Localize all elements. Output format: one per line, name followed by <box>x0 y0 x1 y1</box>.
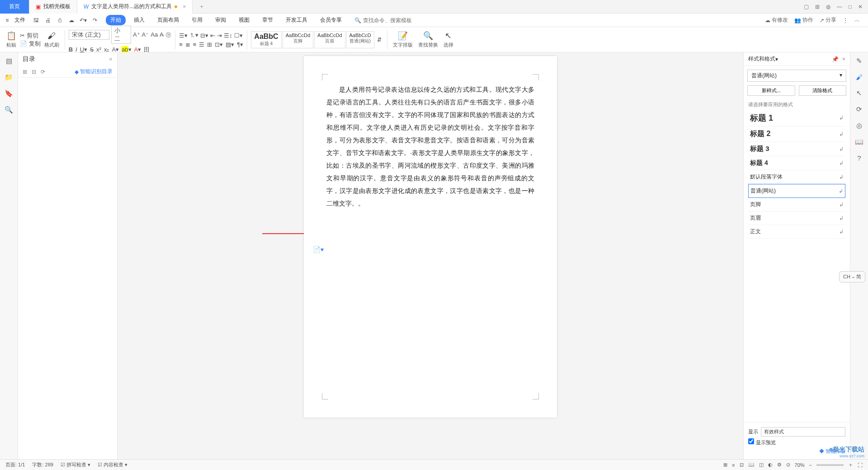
menu-reference[interactable]: 引用 <box>187 15 207 25</box>
collapse-all-icon[interactable]: ⊟ <box>32 69 36 75</box>
outline-icon[interactable]: ▤ <box>6 57 12 65</box>
border-button[interactable]: ⊡▾ <box>215 41 223 48</box>
style-item[interactable]: 标题 2↲ <box>748 127 845 142</box>
word-count[interactable]: 字数: 289 <box>32 461 53 468</box>
expand-all-icon[interactable]: ⊞ <box>23 69 27 75</box>
maximize-icon[interactable]: □ <box>849 4 852 10</box>
minimize-icon[interactable]: — <box>837 4 842 10</box>
redo-icon[interactable]: ↷ <box>91 17 99 24</box>
zoom-in-icon[interactable]: ＋ <box>848 461 853 468</box>
bullet-list-button[interactable]: ☰▾ <box>179 32 188 39</box>
multilevel-button[interactable]: ⊟▾ <box>200 32 208 39</box>
search-side-icon[interactable]: 🔍 <box>5 106 13 114</box>
subscript-button[interactable]: x₂ <box>104 46 109 53</box>
select-button[interactable]: ↖选择 <box>442 27 455 52</box>
style-gallery[interactable]: AaBbC标题 4 AaBbCcDd页脚 AaBbCcDd页眉 AaBbCcD普… <box>251 31 383 48</box>
collapse-ribbon-icon[interactable]: ︿ <box>854 16 860 24</box>
more-icon[interactable]: ⋮ <box>843 17 848 24</box>
show-preview-checkbox[interactable]: 显示预览 <box>748 438 776 446</box>
bold-button[interactable]: B <box>69 46 73 53</box>
format-brush-side-icon[interactable]: 🖌 <box>856 73 863 81</box>
copy-button[interactable]: 📄 复制 <box>20 40 41 48</box>
zoom-slider[interactable]: 70% <box>795 462 805 468</box>
style-item[interactable]: 页脚↲ <box>748 198 845 212</box>
underline-button[interactable]: U▾ <box>80 46 87 53</box>
refresh-icon[interactable]: ⟳ <box>856 105 862 113</box>
tab-home[interactable]: 首页 <box>0 0 29 14</box>
italic-button[interactable]: I <box>75 46 77 53</box>
text-fill-button[interactable]: A▾ <box>134 46 142 53</box>
distribute-button[interactable]: ⊞ <box>207 41 212 48</box>
cursor-icon[interactable]: ↖ <box>856 89 862 97</box>
menu-start[interactable]: 开始 <box>106 15 126 25</box>
page-count[interactable]: 页面: 1/1 <box>5 461 25 468</box>
view-normal-icon[interactable]: ⊞ <box>723 462 727 468</box>
increase-font-icon[interactable]: A⁺ <box>133 31 140 38</box>
style-dropdown-icon[interactable]: ▾ <box>775 56 778 62</box>
menu-vip[interactable]: 会员专享 <box>316 15 346 25</box>
current-style-select[interactable]: 普通(网站)▾ <box>747 70 846 82</box>
ime-indicator[interactable]: CH ⌣ 简 <box>839 271 865 282</box>
page-marker-icon[interactable]: 📄▾ <box>313 246 324 253</box>
style-item[interactable]: 标题 3↲ <box>748 142 845 156</box>
content-check-toggle[interactable]: ☑ 内容检查 ▾ <box>98 461 127 468</box>
toc-close-icon[interactable]: × <box>109 56 113 63</box>
strike-button[interactable]: S̶ <box>90 46 94 53</box>
align-right-button[interactable]: ≡ <box>193 41 197 48</box>
style-item[interactable]: 页眉↲ <box>748 212 845 225</box>
grid-icon[interactable]: ⊞ <box>815 4 820 10</box>
superscript-button[interactable]: x² <box>96 46 101 53</box>
increase-indent-button[interactable]: ⇥ <box>217 32 222 39</box>
style-more-icon[interactable]: ⇵ <box>375 37 383 43</box>
file-menu[interactable]: 文件 <box>14 16 25 24</box>
changes-indicator[interactable]: ☁ 有修改 <box>765 16 788 24</box>
format-brush-button[interactable]: 🖌格式刷 <box>42 27 61 52</box>
align-left-button[interactable]: ≡ <box>179 41 183 48</box>
show-filter-select[interactable]: 有效样式 <box>761 427 845 437</box>
spellcheck-toggle[interactable]: ☑ 拼写检查 ▾ <box>61 461 90 468</box>
settings-icon[interactable]: ⚙ <box>777 462 782 468</box>
layout-icon[interactable]: ▢ <box>804 4 809 10</box>
cloud-icon[interactable]: ☁ <box>68 17 75 24</box>
align-center-button[interactable]: ≣ <box>185 41 190 48</box>
shading-button[interactable]: ▨▾ <box>226 41 234 48</box>
new-style-button[interactable]: 新样式... <box>747 85 795 96</box>
save-icon[interactable]: 🖫 <box>33 17 40 24</box>
decrease-font-icon[interactable]: A⁻ <box>142 31 149 38</box>
new-tab-button[interactable]: ＋ <box>193 3 211 10</box>
font-color-button[interactable]: A▾ <box>112 46 119 53</box>
close-window-icon[interactable]: ✕ <box>858 4 863 10</box>
find-replace-button[interactable]: 🔍查找替换 <box>416 27 440 52</box>
smart-toc-button[interactable]: ◆ 智能识别目录 <box>75 68 113 75</box>
style-item[interactable]: 正文↲ <box>748 225 845 239</box>
folder-icon[interactable]: 📁 <box>5 73 13 81</box>
highlight-button[interactable]: ab▾ <box>122 46 131 53</box>
number-list-button[interactable]: ⒈▾ <box>189 31 198 39</box>
decrease-indent-button[interactable]: ⇤ <box>210 32 215 39</box>
style-close-icon[interactable]: × <box>842 56 845 62</box>
menu-pagelayout[interactable]: 页面布局 <box>153 15 184 25</box>
menu-view[interactable]: 视图 <box>234 15 254 25</box>
style-item[interactable]: 标题 4↲ <box>748 156 845 170</box>
zoom-fit-icon[interactable]: ⊙ <box>786 462 790 468</box>
font-size-select[interactable]: 小二 <box>111 26 131 44</box>
preview-icon[interactable]: ⎙ <box>56 17 63 24</box>
share-button[interactable]: ↗ 分享 <box>820 16 836 24</box>
view-print-icon[interactable]: ◫ <box>759 462 764 468</box>
menu-chapter[interactable]: 章节 <box>258 15 278 25</box>
undo-icon[interactable]: ↶▾ <box>80 17 87 24</box>
line-spacing-button[interactable]: ☰↕ <box>224 32 232 39</box>
view-web-icon[interactable]: ≡ <box>732 462 735 468</box>
phonetic-icon[interactable]: ㊟ <box>165 31 171 39</box>
target-icon[interactable]: ◎ <box>856 122 862 130</box>
tab-style-button[interactable]: ☐▾ <box>234 32 243 39</box>
menu-review[interactable]: 审阅 <box>211 15 231 25</box>
print-icon[interactable]: 🖨 <box>44 17 52 24</box>
change-case-icon[interactable]: Aa <box>151 31 158 38</box>
assistant-icon[interactable]: ✎ <box>856 57 862 65</box>
close-tab-icon[interactable]: × <box>183 4 186 10</box>
font-family-select[interactable]: 宋体 (正文) <box>69 30 109 40</box>
view-read-icon[interactable]: 📖 <box>748 462 755 468</box>
color-mode-icon[interactable]: ◐ <box>768 462 773 468</box>
clear-format-icon[interactable]: A̶ <box>160 31 164 38</box>
